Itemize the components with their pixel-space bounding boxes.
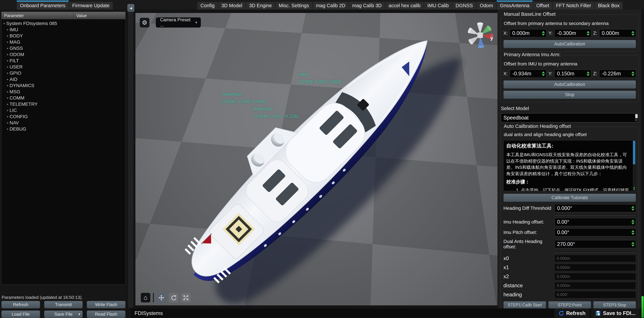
scroll-thumb[interactable] <box>642 296 644 318</box>
spin-up-icon[interactable] <box>542 71 545 73</box>
sidebar-splitter[interactable]: ◀ <box>127 10 134 318</box>
axis-gizmo[interactable]: y <box>462 18 498 53</box>
spin-up-icon[interactable] <box>632 31 634 33</box>
camera-home-button[interactable]: ⌂ <box>141 293 150 302</box>
expander-icon[interactable]: ▸ <box>6 65 10 69</box>
expander-icon[interactable]: ▸ <box>6 59 10 62</box>
scroll-thumb[interactable] <box>635 114 638 118</box>
expander-icon[interactable]: ▸ <box>6 108 10 112</box>
expander-icon[interactable]: ▸ <box>6 71 10 75</box>
expander-icon[interactable]: ▸ <box>6 127 10 131</box>
baseline-x-input[interactable]: 0.000m <box>510 29 546 37</box>
spin-down-icon[interactable] <box>587 74 590 76</box>
save-file-button[interactable]: Save File▾ <box>44 310 83 318</box>
scroll-up-icon[interactable] <box>633 187 635 188</box>
tree-item-dynamics[interactable]: ▸DYNAMICS <box>2 82 125 88</box>
chevron-down-icon[interactable]: ▾ <box>636 118 637 122</box>
camera-preset-dropdown[interactable]: Camera Preset ... ▾ <box>156 18 201 28</box>
expander-icon[interactable]: ▸ <box>6 28 10 32</box>
refresh-button[interactable]: Refresh <box>1 301 40 308</box>
write-flash-button[interactable]: Write Flash <box>87 301 126 308</box>
spin-down-icon[interactable] <box>587 34 590 36</box>
tab-3d-model[interactable]: 3D Model <box>218 2 246 10</box>
tab-mag-calib-2d[interactable]: mag Calib 2D <box>313 2 348 10</box>
scroll-thumb[interactable] <box>633 141 635 164</box>
tab-fft-notch-filter[interactable]: FFT Notch Filter <box>553 2 594 10</box>
camera-pan-button[interactable] <box>156 293 166 302</box>
imu-arm-z-input[interactable]: -0.226m <box>599 70 636 78</box>
tree-item-imu[interactable]: ▸IMU <box>2 26 125 33</box>
spin-up-icon[interactable] <box>587 71 590 73</box>
tree-item-config[interactable]: ▸CONFIG <box>2 114 125 120</box>
spin-down-icon[interactable] <box>632 209 634 211</box>
camera-orbit-button[interactable] <box>169 293 178 302</box>
tab-firmware-update[interactable]: Firmware Update <box>69 2 113 10</box>
model-select-scroll[interactable]: ▾ <box>635 114 638 122</box>
step2-point-button[interactable]: STEP2:Point <box>548 301 591 309</box>
tab-onboard-parameters[interactable]: Onboard Parameters <box>17 0 68 10</box>
spin-down-icon[interactable] <box>542 34 545 36</box>
imu-arm-autocalibration-button[interactable]: AutoCailbration <box>504 80 636 88</box>
dual-ants-heading-offset-input[interactable]: 270.00° <box>554 240 636 248</box>
expander-icon[interactable]: ▸ <box>6 78 10 81</box>
calibration-instructions-textbox[interactable]: 自动化校准算法工具: 本工具是IMU和GNSS双天线安装角误差的自动化校准工具，… <box>504 140 636 191</box>
spin-down-icon[interactable] <box>542 74 545 76</box>
expander-icon[interactable]: ▸ <box>6 40 10 44</box>
model-select[interactable]: Speedboat ▾ <box>501 113 639 122</box>
expander-icon[interactable]: ▸ <box>2 22 6 25</box>
imu-arm-stop-button[interactable]: Stop <box>504 90 636 99</box>
tree-item-body[interactable]: ▸BODY <box>2 33 125 39</box>
tree-item-telemetry[interactable]: ▸TELEMETRY <box>2 101 125 107</box>
tab-imu-calib[interactable]: IMU Calib <box>424 2 452 10</box>
expander-icon[interactable]: ▸ <box>6 96 10 100</box>
baseline-z-input[interactable]: 0.000m <box>599 29 636 37</box>
tree-item-gnss[interactable]: ▸GNSS <box>2 45 125 51</box>
tab-odom[interactable]: Odom <box>476 2 496 10</box>
spin-up-icon[interactable] <box>632 242 634 244</box>
spin-up-icon[interactable] <box>632 220 634 222</box>
panel-scrollbar[interactable] <box>641 10 644 318</box>
tab-offset[interactable]: Offset <box>533 2 552 10</box>
scroll-down-icon[interactable] <box>633 189 635 190</box>
tree-item-filt[interactable]: ▸FILT <box>2 58 125 64</box>
tree-item-aid[interactable]: ▸AID <box>2 76 125 82</box>
expander-icon[interactable]: ▸ <box>6 90 10 94</box>
tree-item-lic[interactable]: ▸LIC <box>2 107 125 114</box>
statusbar-save-button[interactable]: Save to FDI... <box>591 308 640 318</box>
expander-icon[interactable]: ▸ <box>6 121 10 124</box>
read-flash-button[interactable]: Read Flash <box>87 310 126 318</box>
chevron-down-icon[interactable]: ▾ <box>78 312 80 316</box>
tab-misc-settings[interactable]: Misc. Settings <box>276 2 312 10</box>
fullscreen-button[interactable] <box>181 293 190 302</box>
tab-3d-engine[interactable]: 3D Engine <box>246 2 275 10</box>
3d-viewport[interactable]: IMU: (0.000, 0.000, 0.000) Antenna2: (0.… <box>135 12 498 306</box>
tree-item-msg[interactable]: ▸MSG <box>2 88 125 95</box>
tab-black-box[interactable]: Black Box <box>595 2 623 10</box>
tree-item-debug[interactable]: ▸DEBUG <box>2 126 125 132</box>
tab-mag-calib-3d[interactable]: mag Calib 3D <box>349 2 385 10</box>
tree-item-gpio[interactable]: ▸GPIO <box>2 70 125 76</box>
expander-icon[interactable]: ▸ <box>6 34 10 38</box>
load-file-button[interactable]: Load File <box>1 310 40 318</box>
tree-item-odom[interactable]: ▸ODOM <box>2 51 125 58</box>
baseline-y-input[interactable]: -0.300m <box>554 29 591 37</box>
sidebar-collapse-button[interactable]: ◀ <box>127 4 134 12</box>
baseline-autocalibration-button[interactable]: AutoCailbration <box>504 40 636 48</box>
tree-root-system[interactable]: ▸System FDIsystems 085 <box>2 20 125 26</box>
tree-item-nav[interactable]: ▸NAV <box>2 120 125 126</box>
step1-calib-start-button[interactable]: STEP1:Cailb Start <box>504 301 546 309</box>
calibrate-tutorials-button[interactable]: Calibrate Tutorials <box>504 194 636 202</box>
imu-arm-x-input[interactable]: -0.934m <box>510 70 546 78</box>
spin-down-icon[interactable] <box>632 34 634 36</box>
doc-scrollbar[interactable] <box>633 141 636 190</box>
expander-icon[interactable]: ▸ <box>6 115 10 118</box>
expander-icon[interactable]: ▸ <box>6 46 10 50</box>
spin-down-icon[interactable] <box>632 222 634 224</box>
expander-icon[interactable]: ▸ <box>6 102 10 106</box>
tree-item-user[interactable]: ▸USER <box>2 64 125 70</box>
tab-accel-hex-calib[interactable]: accel hex calib <box>385 2 424 10</box>
spin-up-icon[interactable] <box>632 71 634 73</box>
tab-dgnss[interactable]: DGNSS <box>452 2 476 10</box>
tab-gnssantenna[interactable]: GnssAntenna <box>497 0 532 10</box>
imu-heading-offset-input[interactable]: 0.00° <box>554 218 636 226</box>
